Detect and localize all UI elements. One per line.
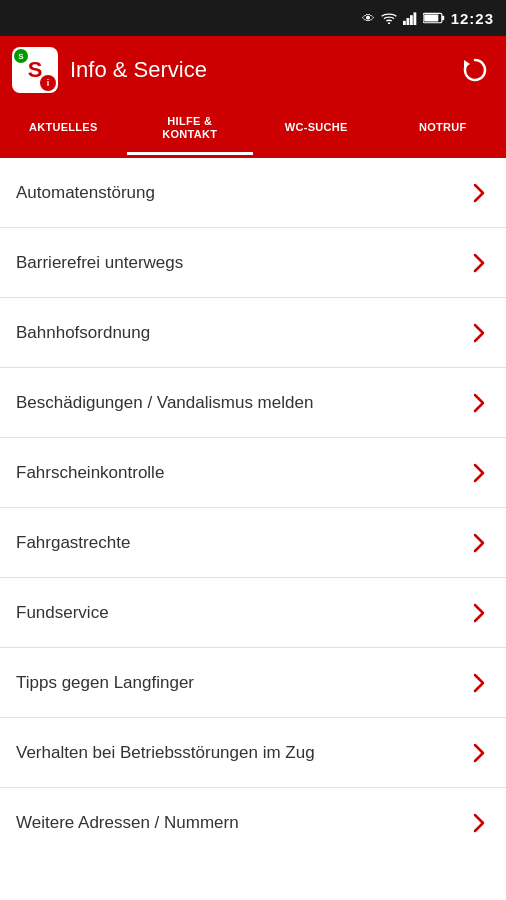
list-item[interactable]: Barrierefrei unterwegs	[0, 228, 506, 298]
list-item[interactable]: Fahrscheinkontrolle	[0, 438, 506, 508]
svg-rect-2	[406, 18, 409, 25]
app-logo: S S i	[12, 47, 58, 93]
logo-green-dot: S	[14, 49, 28, 63]
refresh-button[interactable]	[456, 51, 494, 89]
header-title: Info & Service	[70, 57, 207, 83]
list-item-text: Automatenstörung	[16, 183, 466, 203]
tab-aktuelles-label: AKTUELLES	[29, 121, 98, 134]
arrow-icon	[466, 181, 490, 205]
arrow-icon	[466, 321, 490, 345]
tab-hilfe-kontakt-label: HILFE &KONTAKT	[162, 115, 217, 141]
list-item-text: Fahrscheinkontrolle	[16, 463, 466, 483]
list-item[interactable]: Tipps gegen Langfinger	[0, 648, 506, 718]
arrow-icon	[466, 671, 490, 695]
tab-aktuelles[interactable]: AKTUELLES	[0, 104, 127, 155]
tab-bar: AKTUELLES HILFE &KONTAKT WC-SUCHE NOTRUF	[0, 104, 506, 158]
wifi-icon	[381, 12, 397, 24]
svg-rect-4	[413, 12, 416, 25]
list-item-text: Weitere Adressen / Nummern	[16, 813, 466, 833]
list-item[interactable]: Bahnhofsordnung	[0, 298, 506, 368]
logo-s-small: S	[18, 52, 23, 61]
list-item-text: Bahnhofsordnung	[16, 323, 466, 343]
arrow-icon	[466, 531, 490, 555]
header-left: S S i Info & Service	[12, 47, 207, 93]
list-item-text: Tipps gegen Langfinger	[16, 673, 466, 693]
arrow-icon	[466, 251, 490, 275]
list-item-text: Verhalten bei Betriebsstörungen im Zug	[16, 743, 466, 763]
status-bar: 👁 12:23	[0, 0, 506, 36]
logo-badge-i: i	[47, 78, 50, 88]
list-item-text: Beschädigungen / Vandalismus melden	[16, 393, 466, 413]
arrow-icon	[466, 461, 490, 485]
tab-wc-suche[interactable]: WC-SUCHE	[253, 104, 380, 155]
battery-icon	[423, 12, 445, 24]
eye-icon: 👁	[362, 11, 375, 26]
svg-rect-1	[403, 21, 406, 25]
tab-hilfe-kontakt[interactable]: HILFE &KONTAKT	[127, 104, 254, 155]
tab-wc-suche-label: WC-SUCHE	[285, 121, 348, 134]
logo-badge: i	[40, 75, 56, 91]
arrow-icon	[466, 741, 490, 765]
status-time: 12:23	[451, 10, 494, 27]
list-item-text: Barrierefrei unterwegs	[16, 253, 466, 273]
refresh-icon	[460, 55, 490, 85]
list-item[interactable]: Beschädigungen / Vandalismus melden	[0, 368, 506, 438]
list-item-text: Fahrgastrechte	[16, 533, 466, 553]
svg-point-0	[388, 22, 390, 24]
list-item[interactable]: Weitere Adressen / Nummern	[0, 788, 506, 858]
list-item[interactable]: Automatenstörung	[0, 158, 506, 228]
logo-s-main: S	[28, 59, 43, 81]
app-header: S S i Info & Service	[0, 36, 506, 104]
svg-rect-7	[424, 14, 438, 21]
arrow-icon	[466, 391, 490, 415]
svg-rect-3	[410, 15, 413, 25]
status-icons: 👁 12:23	[362, 10, 494, 27]
arrow-icon	[466, 811, 490, 835]
signal-icon	[403, 11, 417, 25]
list-item[interactable]: Verhalten bei Betriebsstörungen im Zug	[0, 718, 506, 788]
list-item[interactable]: Fahrgastrechte	[0, 508, 506, 578]
tab-notruf-label: NOTRUF	[419, 121, 467, 134]
list-item-text: Fundservice	[16, 603, 466, 623]
tab-notruf[interactable]: NOTRUF	[380, 104, 507, 155]
svg-marker-8	[464, 60, 470, 68]
arrow-icon	[466, 601, 490, 625]
list-item[interactable]: Fundservice	[0, 578, 506, 648]
list-container: AutomatenstörungBarrierefrei unterwegsBa…	[0, 158, 506, 897]
svg-rect-6	[441, 16, 443, 21]
